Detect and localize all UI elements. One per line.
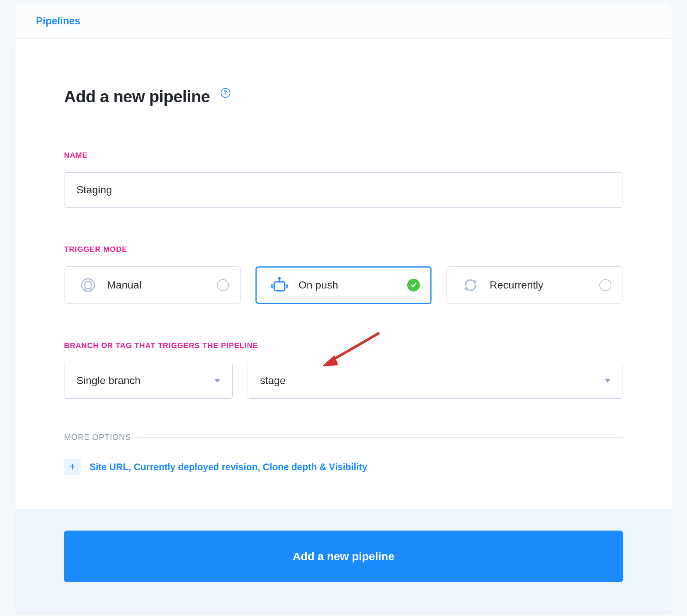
svg-point-1 bbox=[84, 281, 92, 289]
trigger-option-on-push[interactable]: On push bbox=[255, 266, 432, 304]
plus-icon: + bbox=[69, 461, 76, 473]
more-options-label: MORE OPTIONS bbox=[64, 432, 131, 442]
page-title: Add a new pipeline bbox=[64, 87, 210, 106]
cycle-icon bbox=[461, 276, 480, 295]
chevron-down-icon bbox=[605, 379, 611, 383]
trigger-option-recurrently[interactable]: Recurrently bbox=[447, 266, 623, 304]
trigger-label: Recurrently bbox=[490, 279, 599, 291]
trigger-option-manual[interactable]: Manual bbox=[64, 266, 240, 304]
trigger-label: Manual bbox=[107, 279, 217, 291]
divider bbox=[137, 437, 623, 438]
hand-icon bbox=[79, 276, 97, 295]
svg-marker-9 bbox=[464, 286, 467, 291]
name-label: NAME bbox=[64, 151, 623, 160]
check-selected-icon bbox=[407, 279, 420, 292]
trigger-mode-label: TRIGGER MODE bbox=[64, 245, 623, 254]
help-icon[interactable]: ? bbox=[221, 88, 230, 98]
pipeline-name-input[interactable] bbox=[64, 172, 623, 208]
tabs-bar: Pipelines bbox=[15, 4, 672, 38]
select-value: stage bbox=[260, 375, 605, 387]
more-options-link[interactable]: Site URL, Currently deployed revision, C… bbox=[90, 462, 367, 472]
radio-unselected-icon bbox=[217, 279, 229, 291]
trigger-mode-group: Manual On p bbox=[64, 266, 623, 304]
svg-rect-5 bbox=[274, 282, 285, 291]
svg-point-2 bbox=[85, 289, 91, 292]
svg-marker-8 bbox=[474, 280, 477, 284]
radio-unselected-icon bbox=[599, 279, 611, 291]
trigger-label: On push bbox=[299, 279, 408, 291]
select-value: Single branch bbox=[76, 375, 214, 387]
branch-name-select[interactable]: stage bbox=[248, 363, 623, 399]
pipeline-form-card: Add a new pipeline ? NAME TRIGGER MODE bbox=[15, 38, 672, 613]
svg-point-0 bbox=[82, 279, 94, 292]
add-pipeline-button[interactable]: Add a new pipeline bbox=[64, 531, 623, 582]
branch-label: BRANCH OR TAG THAT TRIGGERS THE PIPELINE bbox=[64, 341, 623, 350]
tab-pipelines[interactable]: Pipelines bbox=[36, 15, 81, 27]
expand-more-options-button[interactable]: + bbox=[64, 459, 81, 475]
branch-scope-select[interactable]: Single branch bbox=[64, 363, 233, 399]
robot-icon bbox=[270, 276, 289, 295]
chevron-down-icon bbox=[214, 379, 220, 383]
